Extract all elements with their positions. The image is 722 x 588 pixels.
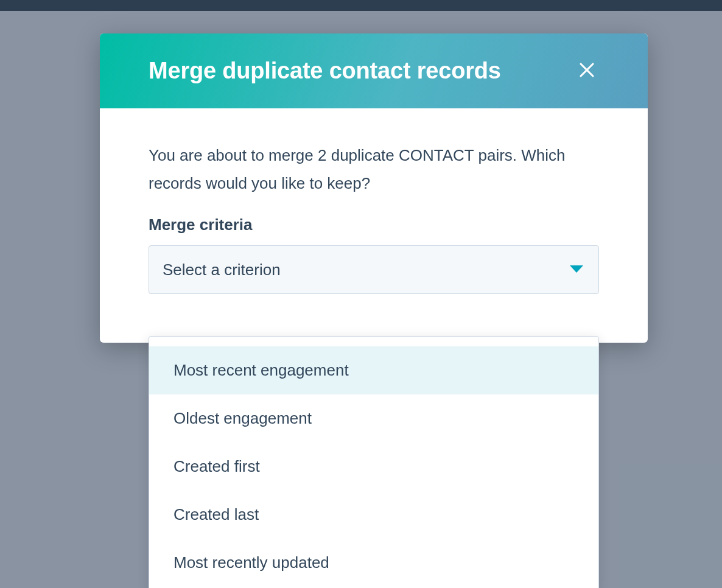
modal-title: Merge duplicate contact records <box>149 58 501 84</box>
dropdown-option-created-last[interactable]: Created last <box>149 491 598 539</box>
modal-body: You are about to merge 2 duplicate CONTA… <box>100 108 648 343</box>
dropdown-option-most-recently-updated[interactable]: Most recently updated <box>149 539 598 587</box>
dropdown-option-most-recent-engagement[interactable]: Most recent engagement <box>149 346 598 394</box>
merge-criteria-dropdown: Most recent engagement Oldest engagement… <box>149 336 599 588</box>
close-button[interactable] <box>575 59 599 83</box>
dropdown-option-oldest-engagement[interactable]: Oldest engagement <box>149 394 598 443</box>
backdrop-navbar-stripe <box>0 0 722 11</box>
modal-description: You are about to merge 2 duplicate CONTA… <box>149 142 599 197</box>
svg-marker-2 <box>570 265 583 273</box>
caret-down-icon <box>570 265 583 274</box>
close-icon <box>578 61 596 81</box>
select-placeholder: Select a criterion <box>163 261 281 279</box>
merge-criteria-select[interactable]: Select a criterion <box>149 245 599 294</box>
dropdown-option-created-first[interactable]: Created first <box>149 443 598 491</box>
modal-header: Merge duplicate contact records <box>100 33 648 108</box>
merge-criteria-label: Merge criteria <box>149 215 599 234</box>
merge-modal: Merge duplicate contact records You are … <box>100 33 648 343</box>
